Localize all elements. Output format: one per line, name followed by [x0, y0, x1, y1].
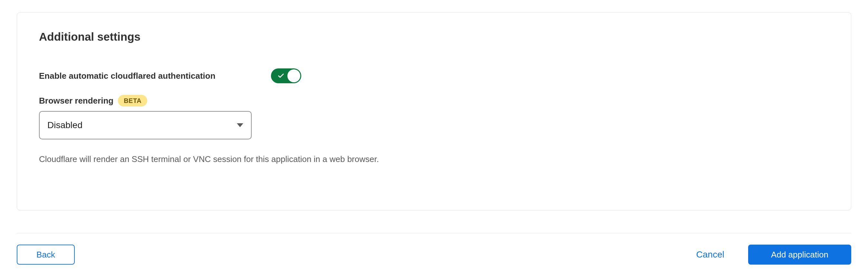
section-title: Additional settings — [39, 30, 829, 43]
additional-settings-card: Additional settings Enable automatic clo… — [17, 12, 851, 210]
cancel-button[interactable]: Cancel — [687, 245, 734, 265]
auto-auth-row: Enable automatic cloudflared authenticat… — [39, 69, 829, 83]
chevron-down-icon — [237, 123, 243, 127]
auto-auth-toggle[interactable] — [271, 69, 301, 83]
add-application-button[interactable]: Add application — [748, 245, 851, 265]
browser-rendering-label-row: Browser rendering BETA — [39, 95, 829, 107]
toggle-knob — [287, 70, 300, 82]
browser-rendering-help: Cloudflare will render an SSH terminal o… — [39, 154, 829, 164]
browser-rendering-value: Disabled — [48, 120, 83, 130]
check-icon — [277, 72, 284, 79]
auto-auth-label: Enable automatic cloudflared authenticat… — [39, 71, 271, 81]
back-button[interactable]: Back — [17, 245, 75, 265]
browser-rendering-label: Browser rendering — [39, 96, 114, 106]
browser-rendering-select[interactable]: Disabled — [39, 111, 252, 139]
footer-separator — [17, 233, 851, 233]
beta-badge: BETA — [118, 95, 147, 107]
footer-right: Cancel Add application — [687, 245, 851, 265]
footer: Back Cancel Add application — [17, 243, 851, 266]
